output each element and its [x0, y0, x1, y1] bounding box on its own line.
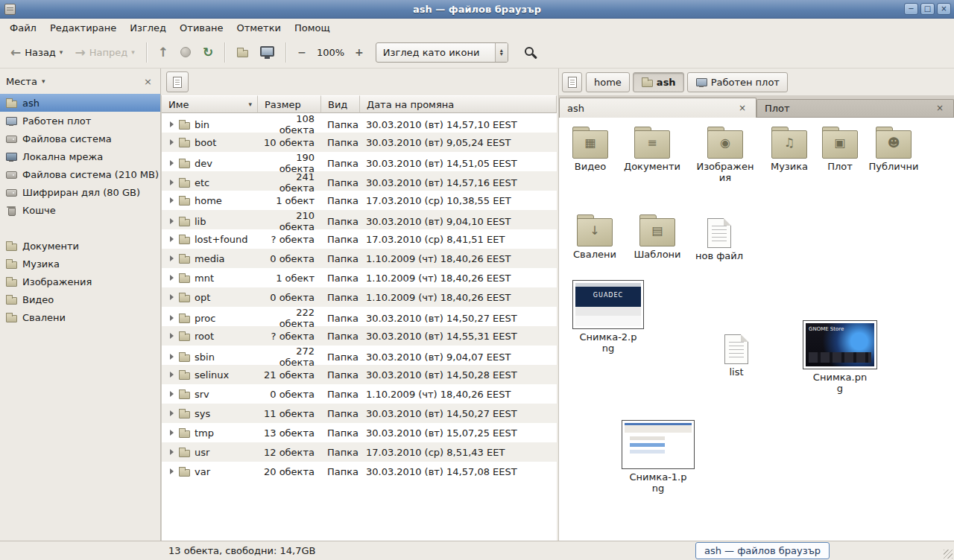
sidebar-item[interactable]: Свалени: [0, 308, 160, 326]
forward-button[interactable]: → Напред ▾: [69, 42, 140, 63]
icon-view-item[interactable]: GUADEC Снимка-2.png: [571, 280, 645, 354]
zoom-out-button[interactable]: −: [291, 43, 312, 61]
icon-view-item[interactable]: нов файл: [688, 214, 751, 262]
pathbar-button[interactable]: home: [586, 72, 630, 92]
sidebar-item[interactable]: Видео: [0, 290, 160, 308]
table-row[interactable]: lost+found ? обекта Папка 17.03.2010 (ср…: [162, 229, 557, 249]
close-button[interactable]: ×: [937, 3, 951, 15]
column-header-name[interactable]: Име ▾: [162, 95, 258, 113]
tab-close-icon[interactable]: ×: [736, 103, 748, 114]
expander-icon[interactable]: [170, 449, 174, 455]
sidebar-item[interactable]: Документи: [0, 237, 160, 255]
menu-item[interactable]: Отметки: [230, 20, 287, 36]
expander-icon[interactable]: [170, 354, 174, 360]
reload-button[interactable]: ↻: [197, 42, 219, 63]
expander-icon[interactable]: [170, 197, 174, 203]
tab-close-icon[interactable]: ×: [934, 103, 946, 114]
stop-button[interactable]: [174, 43, 197, 61]
expander-icon[interactable]: [170, 372, 174, 378]
maximize-button[interactable]: □: [920, 3, 935, 15]
expander-icon[interactable]: [170, 430, 174, 436]
icon-view-item[interactable]: ▦ Видео: [559, 125, 622, 173]
sidebar-item[interactable]: Кошче: [0, 201, 160, 219]
expander-icon[interactable]: [170, 391, 174, 397]
table-row[interactable]: usr 12 обекта Папка 17.03.2010 (ср) 8,51…: [162, 442, 557, 462]
table-row[interactable]: var 20 обекта Папка 30.03.2010 (вт) 14,5…: [162, 462, 557, 481]
toggle-location-entry-button[interactable]: [166, 71, 189, 92]
sidebar-item[interactable]: ash: [0, 94, 160, 112]
expander-icon[interactable]: [170, 255, 174, 261]
table-row[interactable]: tmp 13 обекта Папка 30.03.2010 (вт) 15,0…: [162, 423, 557, 442]
icon-view-item[interactable]: ≡ Документи: [621, 125, 683, 173]
sidebar-item[interactable]: Изображения: [0, 273, 160, 290]
table-row[interactable]: mnt 1 обект Папка 1.10.2009 (чт) 18,40,2…: [162, 268, 557, 287]
sidebar-item[interactable]: Файлова система (210 MB): [0, 165, 160, 183]
table-row[interactable]: sys 11 обекта Папка 30.03.2010 (вт) 14,5…: [162, 404, 557, 423]
table-row[interactable]: proc 222 обекта Папка 30.03.2010 (вт) 14…: [162, 307, 557, 326]
menu-item[interactable]: Отиване: [173, 20, 230, 36]
table-row[interactable]: etc 241 обекта Папка 30.03.2010 (вт) 14,…: [162, 171, 557, 191]
zoom-in-button[interactable]: +: [349, 43, 370, 61]
sidebar-close-icon[interactable]: ×: [142, 76, 154, 87]
back-button[interactable]: ← Назад ▾: [4, 42, 69, 63]
sidebar-item[interactable]: [0, 219, 160, 237]
sidebar-item[interactable]: Шифриран дял (80 GB): [0, 183, 160, 201]
expander-icon[interactable]: [170, 275, 174, 281]
table-row[interactable]: boot 10 обекта Папка 30.03.2010 (вт) 9,0…: [162, 133, 557, 152]
icon-view-item[interactable]: ↓ Свалени: [563, 213, 626, 261]
icon-view-item[interactable]: ▤ Шаблони: [626, 213, 689, 261]
icon-view-item[interactable]: ◉ Изображения: [694, 125, 756, 184]
expander-icon[interactable]: [170, 236, 174, 242]
expander-icon[interactable]: [170, 218, 174, 224]
expander-icon[interactable]: [170, 160, 174, 166]
table-row[interactable]: lib 210 обекта Папка 30.03.2010 (вт) 9,0…: [162, 210, 557, 229]
icon-view[interactable]: ▦ Видео: [559, 118, 954, 541]
pathbar-button[interactable]: Работен плот: [687, 72, 788, 92]
icon-view-item[interactable]: ☻ Публични: [862, 125, 925, 173]
table-row[interactable]: srv 0 обекта Папка 1.10.2009 (чт) 18,40,…: [162, 384, 557, 404]
menu-item[interactable]: Изглед: [123, 20, 173, 36]
icon-view-item[interactable]: GNOME Store Снимка.png: [803, 320, 877, 395]
sidebar-item[interactable]: Файлова система: [0, 130, 160, 147]
menu-item[interactable]: Файл: [3, 20, 43, 36]
sidebar-dropdown-icon[interactable]: ▾: [42, 77, 45, 85]
table-row[interactable]: selinux 21 обекта Папка 30.03.2010 (вт) …: [162, 365, 557, 384]
search-button[interactable]: [517, 42, 544, 63]
expander-icon[interactable]: [170, 410, 174, 416]
titlebar[interactable]: ash — файлов браузър − □ ×: [0, 0, 954, 19]
menu-item[interactable]: Помощ: [288, 20, 337, 36]
expander-icon[interactable]: [170, 468, 174, 474]
table-row[interactable]: root ? обекта Папка 30.03.2010 (вт) 14,5…: [162, 326, 557, 346]
table-row[interactable]: dev 190 обекта Папка 30.03.2010 (вт) 14,…: [162, 152, 557, 171]
menu-item[interactable]: Редактиране: [43, 20, 123, 36]
computer-button[interactable]: [254, 42, 280, 63]
icon-view-item[interactable]: Снимка-1.png: [621, 420, 695, 494]
pathbar-root-button[interactable]: [562, 72, 582, 92]
home-button[interactable]: [230, 42, 254, 62]
expander-icon[interactable]: [170, 315, 174, 321]
expander-icon[interactable]: [170, 121, 174, 127]
expander-icon[interactable]: [170, 333, 174, 339]
sidebar-item[interactable]: Музика: [0, 255, 160, 273]
expander-icon[interactable]: [170, 139, 174, 145]
column-header-type[interactable]: Вид: [321, 95, 360, 113]
resize-grip[interactable]: [944, 550, 953, 559]
column-header-size[interactable]: Размер: [258, 95, 321, 113]
tab[interactable]: Плот ×: [756, 99, 954, 117]
sidebar-title[interactable]: Места: [6, 76, 37, 87]
tab[interactable]: ash ×: [559, 98, 756, 118]
view-mode-select[interactable]: Изглед като икони ▴ ▾: [376, 42, 508, 63]
table-row[interactable]: home 1 обект Папка 17.03.2010 (ср) 10,38…: [162, 191, 557, 210]
pathbar-button[interactable]: ash: [633, 72, 684, 92]
table-row[interactable]: sbin 272 обекта Папка 30.03.2010 (вт) 9,…: [162, 346, 557, 365]
back-history-dropdown-icon[interactable]: ▾: [60, 48, 63, 56]
minimize-button[interactable]: −: [904, 3, 918, 15]
view-mode-spin[interactable]: ▴ ▾: [495, 43, 508, 62]
table-row[interactable]: bin 108 обекта Папка 30.03.2010 (вт) 14,…: [162, 113, 557, 133]
sidebar-item[interactable]: Работен плот: [0, 112, 160, 130]
column-header-date[interactable]: Дата на промяна: [360, 95, 557, 113]
expander-icon[interactable]: [170, 179, 174, 185]
icon-view-item[interactable]: list: [705, 331, 768, 378]
expander-icon[interactable]: [170, 294, 174, 300]
table-row[interactable]: media 0 обекта Папка 1.10.2009 (чт) 18,4…: [162, 249, 557, 268]
